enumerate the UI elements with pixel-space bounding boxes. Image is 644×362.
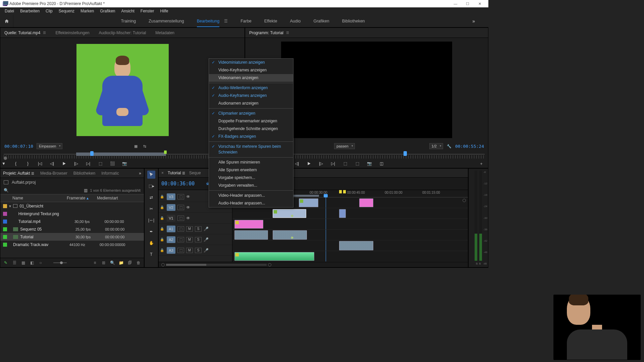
track-lane-v2[interactable] [232,208,468,219]
button-editor-icon[interactable]: ＋ [478,161,485,167]
context-menu-item[interactable]: Videonamen anzeigen [209,74,293,82]
tab-effect-controls[interactable]: Effekteinstellungen [54,29,91,37]
track-select-tool[interactable]: ⬚▸ [147,182,155,190]
program-timecode[interactable]: 00:00:55:24 [455,144,484,149]
context-menu-item[interactable]: Audio-Header anpassen... [209,199,293,207]
step-back-button[interactable]: ◁| [49,161,55,167]
menu-sequenz[interactable]: Sequenz [56,8,77,14]
find-icon[interactable]: ⊞ [101,260,106,265]
goto-in-button[interactable]: |◁ [37,161,43,167]
close-sequence-icon[interactable]: × [161,171,164,175]
automate-icon[interactable]: ≡ [92,260,98,265]
maximize-button[interactable]: ☐ [462,2,474,6]
tab-audio-mixer[interactable]: Audioclip-Mischer: Tutorial [98,29,148,37]
menu-hilfe[interactable]: Hilfe [158,8,171,14]
context-menu-item[interactable]: Video-Header anpassen... [209,192,293,199]
ripple-edit-tool[interactable]: ⇄ [147,193,155,201]
workspace-zusammenstellung[interactable]: Zusammenstellung [149,19,184,23]
context-menu-item[interactable]: Vorschau für mehrere Spuren beim Schneid… [209,143,293,156]
menu-datei[interactable]: Datei [2,8,17,14]
timeline-scrollbar[interactable] [159,262,468,267]
context-menu-item[interactable]: Vorgaben verwalten... [209,182,293,189]
context-menu-item[interactable]: Audio-Keyframes anzeigen [209,92,293,100]
track-a2[interactable]: 🔒A2⬚MS🎤 [159,234,232,245]
icon-view-icon[interactable]: ▦ [20,260,26,265]
new-item-icon[interactable]: ✎ [3,260,8,265]
goto-out-button[interactable]: ▷| [85,161,92,167]
workspace-overflow-icon[interactable]: » [472,18,475,24]
goto-out-button[interactable]: ▷| [330,161,336,167]
selection-tool[interactable] [147,171,155,179]
track-lane-v1[interactable] [232,219,468,230]
timeline-timecode[interactable]: 00:00:36:00 [161,181,195,187]
context-menu-item[interactable]: Video-Keyframes anzeigen [209,66,293,74]
mark-out-button[interactable]: } [24,161,31,167]
context-menu-item[interactable]: Doppelte Framemarker anzeigen [209,117,293,125]
col-name[interactable]: Name [3,196,67,200]
program-settings-icon[interactable]: 🔧 [446,144,452,148]
panel-overflow-icon[interactable]: » [139,171,141,176]
tab-source[interactable]: Quelle: Tutorial.mp4☰ [3,29,47,37]
col-mediastart[interactable]: Medienstart [97,196,134,200]
close-button[interactable]: ✕ [474,2,486,6]
tab-libraries[interactable]: Bibliotheken [73,171,95,176]
menu-grafiken[interactable]: Grafiken [97,8,118,14]
pen-tool[interactable]: ✒ [147,228,155,236]
slip-tool[interactable]: |↔| [147,216,155,224]
sequence-tab-other[interactable]: Seque [189,171,201,175]
panel-menu-icon[interactable]: ☰ [286,31,289,35]
workspace-menu-icon[interactable]: ☰ [224,19,228,23]
program-scale-select[interactable]: 1/2 [429,143,443,149]
export-frame-button[interactable]: 📷 [121,161,128,167]
track-lane-a3[interactable] [232,251,468,262]
source-output-icon[interactable]: ⇆ [142,144,147,148]
track-v1[interactable]: 🔒V1⬚👁 [159,213,232,224]
tab-metadata[interactable]: Metadaten [154,29,176,37]
project-row[interactable]: Tutorial30,00 fps00:00:00:00 [0,233,144,241]
play-button[interactable] [306,161,312,167]
track-lane-a1[interactable] [232,230,468,240]
context-menu-item[interactable]: Audionamen anzeigen [209,100,293,107]
menu-ansicht[interactable]: Ansicht [118,8,137,14]
track-a1[interactable]: 🔒A1⬚MS🎤 [159,224,232,234]
minimize-button[interactable]: — [449,2,462,6]
context-menu-item[interactable]: Durchgehende Schnitte anzeigen [209,125,293,133]
menu-bearbeiten[interactable]: Bearbeiten [17,8,42,14]
menu-clip[interactable]: Clip [43,8,55,14]
context-menu-item[interactable]: Clipmarker anzeigen [209,110,293,117]
context-menu-item[interactable]: Alle Spuren erweitern [209,166,293,174]
workspace-farbe[interactable]: Farbe [240,19,252,23]
step-back-button[interactable]: ◁| [293,161,300,167]
new-item-icon-2[interactable]: 🗐 [127,260,132,265]
search-icon[interactable]: 🔍 [4,188,10,193]
hand-tool[interactable]: ✋ [147,239,155,247]
sort-icon[interactable]: ○ [38,260,43,265]
workspace-grafiken[interactable]: Grafiken [313,19,329,23]
list-view-icon[interactable]: ☰ [12,260,17,265]
source-zoom-select[interactable]: Einpassen [37,143,62,149]
sequence-tab-tutorial[interactable]: Tutorial ☰ [168,171,185,175]
tab-project[interactable]: Projekt: Auftakt ☰ [3,171,34,176]
context-menu-item[interactable]: FX-Badges anzeigen [209,133,293,140]
source-preview[interactable] [0,38,245,142]
context-menu-item[interactable]: Alle Spuren minimieren [209,159,293,166]
project-row[interactable]: Hintergrund Textur.png [0,210,144,218]
home-button[interactable] [0,15,13,27]
workspace-training[interactable]: Training [121,19,136,23]
add-marker-button[interactable]: ▼ [0,161,7,167]
insert-button[interactable]: ⬚ [97,161,104,167]
context-menu-item[interactable]: Audio-Wellenform anzeigen [209,84,293,92]
workspace-bibliotheken[interactable]: Bibliotheken [342,19,365,23]
thumbnail-size-slider[interactable] [53,262,67,263]
tab-info[interactable]: Informatic [101,171,119,176]
filter-icon[interactable]: ▥ [84,188,88,193]
step-forward-button[interactable]: |▷ [318,161,324,167]
overwrite-button[interactable]: ⬛ [109,161,116,167]
source-scrubber[interactable] [4,150,241,159]
mark-in-button[interactable]: { [12,161,19,167]
comparison-button[interactable]: ◫ [378,161,385,167]
context-menu-item[interactable]: Vorgabe speichern... [209,174,293,182]
lift-button[interactable]: ⬚ [342,161,348,167]
extract-button[interactable]: ⬚ [354,161,361,167]
project-row[interactable]: ▾01_Übersicht [0,202,144,210]
